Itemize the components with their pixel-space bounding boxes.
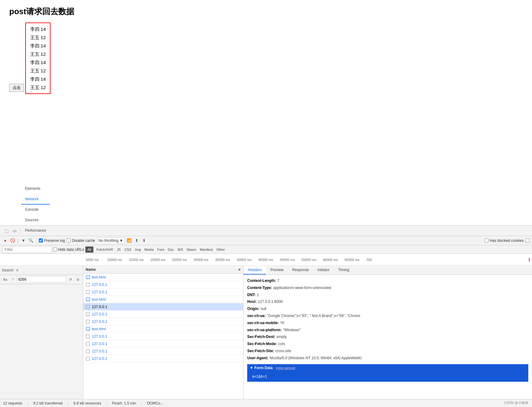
data-item: 王五 12 bbox=[30, 83, 46, 92]
data-item: 李四 14 bbox=[30, 25, 46, 33]
data-item: 李四 14 bbox=[30, 58, 46, 67]
page-title: post请求回去数据 bbox=[9, 6, 523, 17]
data-item: 李四 14 bbox=[30, 75, 46, 83]
page-content: post请求回去数据 点击 李四 14王五 12李四 14王五 12李四 14王… bbox=[0, 0, 532, 100]
data-item: 王五 12 bbox=[30, 67, 46, 75]
data-list: 李四 14王五 12李四 14王五 12李四 14王五 12李四 14王五 12 bbox=[25, 22, 51, 94]
data-item: 李四 14 bbox=[30, 42, 46, 50]
click-button[interactable]: 点击 bbox=[9, 84, 24, 92]
data-item: 王五 12 bbox=[30, 33, 46, 42]
data-item: 王五 12 bbox=[30, 50, 46, 58]
